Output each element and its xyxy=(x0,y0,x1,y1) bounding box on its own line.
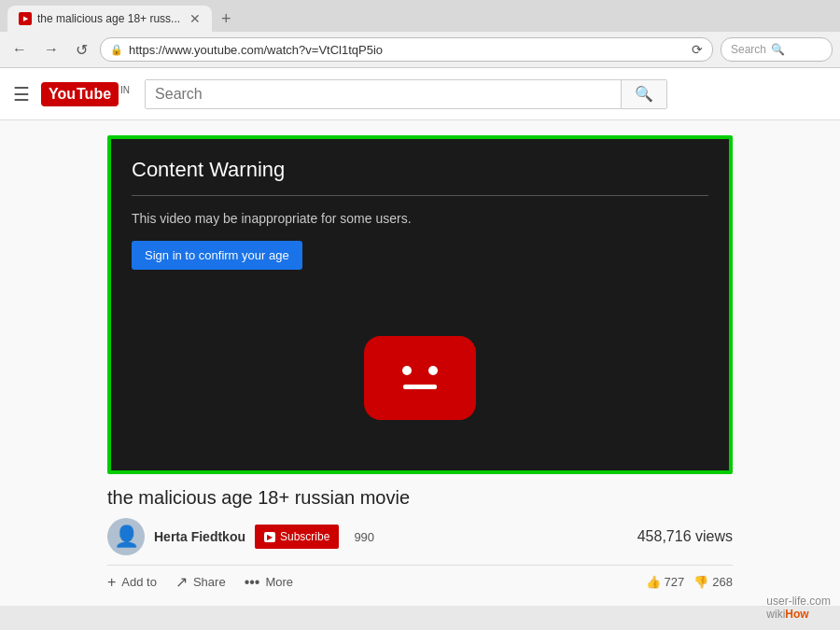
divider-line xyxy=(132,195,708,196)
blocked-mouth xyxy=(403,385,437,389)
subscribe-button[interactable]: ▶ Subscribe xyxy=(255,525,339,549)
video-player: Content Warning This video may be inappr… xyxy=(111,139,729,470)
watermark-wiki: wiki xyxy=(766,608,785,621)
video-title: the malicious age 18+ russian movie xyxy=(107,487,733,509)
sign-in-button[interactable]: Sign in to confirm your age xyxy=(132,241,302,270)
youtube-logo-box: YouTube xyxy=(41,82,119,106)
subscriber-count: 990 xyxy=(354,530,374,544)
browser-search-box[interactable]: Search 🔍 xyxy=(721,37,833,62)
content-warning-title: Content Warning xyxy=(132,158,708,182)
youtube-search-button[interactable]: 🔍 xyxy=(621,80,666,108)
subscribe-play-icon: ▶ xyxy=(267,533,273,541)
youtube-blocked-icon xyxy=(364,336,476,420)
add-to-label: Add to xyxy=(121,575,157,589)
refresh-button[interactable]: ↺ xyxy=(71,39,92,61)
video-info: the malicious age 18+ russian movie 👤 He… xyxy=(107,487,733,591)
new-tab-button[interactable]: + xyxy=(216,7,237,31)
address-bar-row: ← → ↺ 🔒 https://www.youtube.com/watch?v=… xyxy=(0,32,840,67)
channel-name: Herta Fiedtkou xyxy=(154,529,245,544)
tab-title: the malicious age 18+ russ... xyxy=(37,12,180,25)
browser-chrome: the malicious age 18+ russ... ✕ + ← → ↺ … xyxy=(0,0,840,68)
dislike-count: 268 xyxy=(712,575,733,589)
tab-close-button[interactable]: ✕ xyxy=(189,11,201,26)
forward-button[interactable]: → xyxy=(39,39,63,60)
browser-tab[interactable]: the malicious age 18+ russ... ✕ xyxy=(7,6,212,32)
thumbs-down-icon: 👎 xyxy=(693,575,708,589)
video-outer-border: Content Warning This video may be inappr… xyxy=(107,135,733,474)
like-count: 727 xyxy=(665,575,685,589)
like-section: 👍 727 👎 268 xyxy=(646,575,733,589)
page-content: Content Warning This video may be inappr… xyxy=(0,120,840,606)
blocked-eye-left xyxy=(402,366,412,375)
more-icon: ••• xyxy=(245,574,260,591)
address-bar[interactable]: 🔒 https://www.youtube.com/watch?v=VtCl1t… xyxy=(100,37,713,62)
video-placeholder xyxy=(111,285,729,470)
view-count: 458,716 views xyxy=(637,528,733,545)
blocked-eye-right xyxy=(428,366,438,375)
watermark-site: user-life.com xyxy=(766,595,831,608)
like-button[interactable]: 👍 727 xyxy=(646,575,685,589)
avatar-icon: 👤 xyxy=(114,525,139,549)
channel-row: 👤 Herta Fiedtkou ▶ Subscribe 990 458,716… xyxy=(107,518,733,555)
refresh-icon[interactable]: ⟳ xyxy=(692,42,703,57)
watermark-how: How xyxy=(785,608,808,621)
channel-left: 👤 Herta Fiedtkou ▶ Subscribe 990 xyxy=(107,518,374,555)
more-label: More xyxy=(265,575,293,589)
blocked-eyes xyxy=(402,366,438,375)
hamburger-menu-icon[interactable]: ☰ xyxy=(13,83,30,105)
url-text: https://www.youtube.com/watch?v=VtCl1tqP… xyxy=(129,43,686,57)
share-icon: ↗ xyxy=(175,573,188,591)
tab-bar: the malicious age 18+ russ... ✕ + xyxy=(0,0,840,32)
thumbs-up-icon: 👍 xyxy=(646,575,661,589)
back-button[interactable]: ← xyxy=(7,39,32,60)
avatar: 👤 xyxy=(107,518,145,555)
youtube-logo[interactable]: YouTube IN xyxy=(41,82,130,106)
content-warning-section: Content Warning This video may be inappr… xyxy=(111,139,729,285)
lock-icon: 🔒 xyxy=(110,44,123,56)
youtube-header: ☰ YouTube IN 🔍 xyxy=(0,68,840,120)
share-button[interactable]: ↗ Share xyxy=(175,573,226,591)
share-label: Share xyxy=(193,575,226,589)
action-row: + Add to ↗ Share ••• More 👍 727 👎 268 xyxy=(107,565,733,591)
add-icon: + xyxy=(107,574,116,591)
subscribe-yt-logo: ▶ xyxy=(264,532,275,542)
more-button[interactable]: ••• More xyxy=(245,574,293,591)
youtube-search-input[interactable] xyxy=(146,80,621,108)
youtube-search-bar[interactable]: 🔍 xyxy=(145,79,667,109)
watermark: user-life.com wikiHow xyxy=(766,595,831,621)
browser-search-icon: 🔍 xyxy=(771,43,785,56)
youtube-logo-you: You xyxy=(49,86,76,103)
subscribe-label: Subscribe xyxy=(280,530,329,543)
dislike-button[interactable]: 👎 268 xyxy=(693,575,733,589)
content-warning-body: This video may be inappropriate for some… xyxy=(132,211,708,226)
tab-favicon xyxy=(19,12,32,25)
add-to-button[interactable]: + Add to xyxy=(107,574,157,591)
browser-search-placeholder: Search xyxy=(731,43,766,56)
youtube-logo-tube: Tube xyxy=(77,86,111,103)
youtube-country-code: IN xyxy=(120,85,130,95)
